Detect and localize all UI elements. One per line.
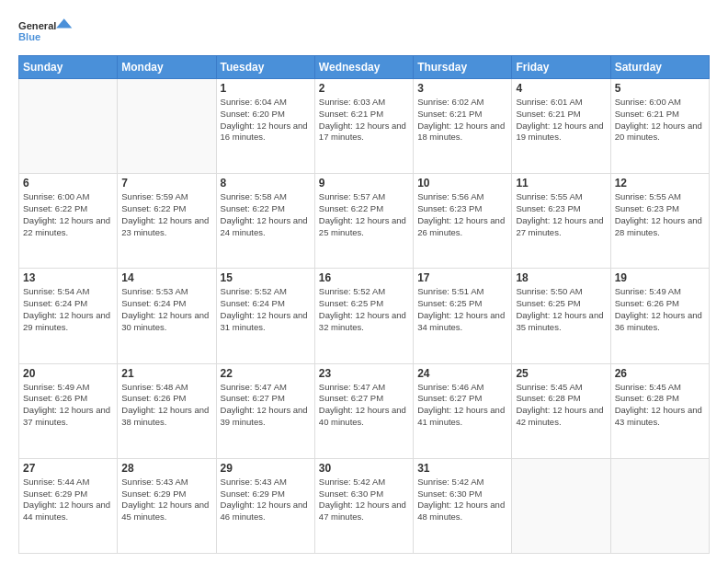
day-number: 23	[319, 367, 409, 380]
header-row: SundayMondayTuesdayWednesdayThursdayFrid…	[19, 56, 710, 79]
day-info: Sunrise: 5:46 AM Sunset: 6:27 PM Dayligh…	[417, 382, 507, 429]
day-info: Sunrise: 5:42 AM Sunset: 6:30 PM Dayligh…	[319, 477, 409, 523]
calendar-cell: 21Sunrise: 5:48 AM Sunset: 6:26 PM Dayli…	[118, 363, 216, 458]
day-info: Sunrise: 5:54 AM Sunset: 6:24 PM Dayligh…	[23, 286, 113, 333]
day-info: Sunrise: 6:04 AM Sunset: 6:20 PM Dayligh…	[221, 97, 311, 144]
day-number: 4	[516, 82, 606, 95]
calendar-cell: 17Sunrise: 5:51 AM Sunset: 6:25 PM Dayli…	[414, 269, 512, 363]
day-info: Sunrise: 6:02 AM Sunset: 6:21 PM Dayligh…	[417, 97, 507, 144]
calendar-cell	[19, 79, 118, 174]
day-number: 16	[319, 271, 409, 284]
calendar-cell: 20Sunrise: 5:49 AM Sunset: 6:26 PM Dayli…	[19, 363, 118, 458]
calendar-cell: 26Sunrise: 5:45 AM Sunset: 6:28 PM Dayli…	[610, 363, 709, 458]
calendar-cell: 9Sunrise: 5:57 AM Sunset: 6:22 PM Daylig…	[314, 174, 413, 269]
day-number: 7	[121, 177, 211, 190]
calendar-cell: 18Sunrise: 5:50 AM Sunset: 6:25 PM Dayli…	[512, 269, 610, 363]
calendar-cell	[512, 458, 610, 553]
day-number: 9	[319, 177, 409, 190]
calendar-cell: 15Sunrise: 5:52 AM Sunset: 6:24 PM Dayli…	[216, 269, 314, 363]
day-info: Sunrise: 6:00 AM Sunset: 6:21 PM Dayligh…	[615, 97, 705, 144]
calendar-cell: 28Sunrise: 5:43 AM Sunset: 6:29 PM Dayli…	[118, 458, 216, 553]
svg-text:General: General	[18, 20, 56, 31]
calendar-cell	[610, 458, 709, 553]
day-number: 10	[417, 177, 507, 190]
day-number: 15	[221, 271, 311, 284]
day-info: Sunrise: 5:57 AM Sunset: 6:22 PM Dayligh…	[319, 191, 409, 238]
calendar-cell: 23Sunrise: 5:47 AM Sunset: 6:27 PM Dayli…	[314, 363, 413, 458]
day-info: Sunrise: 5:44 AM Sunset: 6:29 PM Dayligh…	[23, 477, 113, 523]
column-header-tuesday: Tuesday	[216, 56, 314, 79]
day-number: 6	[23, 177, 113, 190]
week-row-4: 20Sunrise: 5:49 AM Sunset: 6:26 PM Dayli…	[19, 363, 710, 458]
calendar-cell: 29Sunrise: 5:43 AM Sunset: 6:29 PM Dayli…	[216, 458, 314, 553]
column-header-friday: Friday	[512, 56, 610, 79]
day-info: Sunrise: 5:45 AM Sunset: 6:28 PM Dayligh…	[516, 382, 606, 429]
day-number: 27	[23, 462, 113, 475]
day-info: Sunrise: 5:52 AM Sunset: 6:24 PM Dayligh…	[221, 286, 311, 333]
svg-text:Blue: Blue	[18, 31, 40, 42]
svg-marker-2	[56, 18, 72, 28]
day-number: 14	[121, 271, 211, 284]
calendar-cell: 16Sunrise: 5:52 AM Sunset: 6:25 PM Dayli…	[314, 269, 413, 363]
day-number: 29	[221, 462, 311, 475]
day-number: 8	[221, 177, 311, 190]
calendar-cell: 7Sunrise: 5:59 AM Sunset: 6:22 PM Daylig…	[118, 174, 216, 269]
day-info: Sunrise: 5:48 AM Sunset: 6:26 PM Dayligh…	[121, 382, 211, 429]
calendar-cell: 2Sunrise: 6:03 AM Sunset: 6:21 PM Daylig…	[314, 79, 413, 174]
logo-svg: General Blue	[18, 15, 74, 48]
calendar-cell: 19Sunrise: 5:49 AM Sunset: 6:26 PM Dayli…	[610, 269, 709, 363]
day-info: Sunrise: 5:47 AM Sunset: 6:27 PM Dayligh…	[319, 382, 409, 429]
day-info: Sunrise: 5:49 AM Sunset: 6:26 PM Dayligh…	[615, 286, 705, 333]
day-number: 12	[615, 177, 705, 190]
day-info: Sunrise: 5:55 AM Sunset: 6:23 PM Dayligh…	[516, 191, 606, 238]
day-info: Sunrise: 6:00 AM Sunset: 6:22 PM Dayligh…	[23, 191, 113, 238]
day-info: Sunrise: 5:56 AM Sunset: 6:23 PM Dayligh…	[417, 191, 507, 238]
calendar-cell: 6Sunrise: 6:00 AM Sunset: 6:22 PM Daylig…	[19, 174, 118, 269]
day-info: Sunrise: 5:51 AM Sunset: 6:25 PM Dayligh…	[417, 286, 507, 333]
day-number: 21	[121, 367, 211, 380]
calendar-cell: 30Sunrise: 5:42 AM Sunset: 6:30 PM Dayli…	[314, 458, 413, 553]
day-info: Sunrise: 5:43 AM Sunset: 6:29 PM Dayligh…	[221, 477, 311, 523]
page: General Blue SundayMondayTuesdayWednesda…	[0, 0, 728, 563]
day-number: 13	[23, 271, 113, 284]
column-header-saturday: Saturday	[610, 56, 709, 79]
day-number: 3	[417, 82, 507, 95]
day-number: 11	[516, 177, 606, 190]
day-info: Sunrise: 6:03 AM Sunset: 6:21 PM Dayligh…	[319, 97, 409, 144]
day-number: 5	[615, 82, 705, 95]
day-info: Sunrise: 5:58 AM Sunset: 6:22 PM Dayligh…	[221, 191, 311, 238]
calendar-cell: 8Sunrise: 5:58 AM Sunset: 6:22 PM Daylig…	[216, 174, 314, 269]
day-number: 17	[417, 271, 507, 284]
calendar-cell: 24Sunrise: 5:46 AM Sunset: 6:27 PM Dayli…	[414, 363, 512, 458]
calendar-table: SundayMondayTuesdayWednesdayThursdayFrid…	[18, 55, 710, 554]
calendar-cell: 13Sunrise: 5:54 AM Sunset: 6:24 PM Dayli…	[19, 269, 118, 363]
calendar-cell: 4Sunrise: 6:01 AM Sunset: 6:21 PM Daylig…	[512, 79, 610, 174]
column-header-thursday: Thursday	[414, 56, 512, 79]
day-info: Sunrise: 6:01 AM Sunset: 6:21 PM Dayligh…	[516, 97, 606, 144]
calendar-cell: 10Sunrise: 5:56 AM Sunset: 6:23 PM Dayli…	[414, 174, 512, 269]
calendar-cell: 5Sunrise: 6:00 AM Sunset: 6:21 PM Daylig…	[610, 79, 709, 174]
day-info: Sunrise: 5:43 AM Sunset: 6:29 PM Dayligh…	[121, 477, 211, 523]
day-info: Sunrise: 5:45 AM Sunset: 6:28 PM Dayligh…	[615, 382, 705, 429]
day-info: Sunrise: 5:59 AM Sunset: 6:22 PM Dayligh…	[121, 191, 211, 238]
logo: General Blue	[18, 15, 74, 48]
day-number: 30	[319, 462, 409, 475]
day-number: 22	[221, 367, 311, 380]
day-info: Sunrise: 5:47 AM Sunset: 6:27 PM Dayligh…	[221, 382, 311, 429]
day-info: Sunrise: 5:49 AM Sunset: 6:26 PM Dayligh…	[23, 382, 113, 429]
calendar-cell: 12Sunrise: 5:55 AM Sunset: 6:23 PM Dayli…	[610, 174, 709, 269]
day-number: 24	[417, 367, 507, 380]
week-row-5: 27Sunrise: 5:44 AM Sunset: 6:29 PM Dayli…	[19, 458, 710, 553]
column-header-monday: Monday	[118, 56, 216, 79]
calendar-cell: 22Sunrise: 5:47 AM Sunset: 6:27 PM Dayli…	[216, 363, 314, 458]
day-info: Sunrise: 5:53 AM Sunset: 6:24 PM Dayligh…	[121, 286, 211, 333]
header: General Blue	[18, 15, 710, 48]
day-number: 25	[516, 367, 606, 380]
day-number: 19	[615, 271, 705, 284]
day-number: 28	[121, 462, 211, 475]
calendar-cell: 1Sunrise: 6:04 AM Sunset: 6:20 PM Daylig…	[216, 79, 314, 174]
day-info: Sunrise: 5:55 AM Sunset: 6:23 PM Dayligh…	[615, 191, 705, 238]
calendar-cell: 31Sunrise: 5:42 AM Sunset: 6:30 PM Dayli…	[414, 458, 512, 553]
day-number: 1	[221, 82, 311, 95]
day-number: 26	[615, 367, 705, 380]
